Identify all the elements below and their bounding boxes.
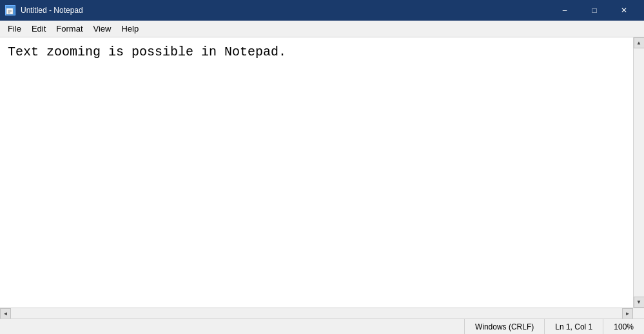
window-controls: – □ ✕ [550, 0, 639, 21]
status-zoom: 100% [603, 319, 644, 334]
svg-rect-1 [6, 6, 13, 8]
horizontal-scrollbar-container: ◄ ► [0, 308, 644, 319]
menu-edit[interactable]: Edit [26, 22, 51, 35]
menu-bar: File Edit Format View Help [0, 21, 644, 37]
scrollbar-corner [633, 308, 644, 319]
scroll-track-v[interactable] [634, 48, 644, 297]
menu-file[interactable]: File [3, 22, 26, 35]
status-position: Ln 1, Col 1 [544, 319, 603, 334]
vertical-scrollbar: ▲ ▼ [633, 37, 644, 308]
scroll-left-button[interactable]: ◄ [0, 308, 11, 319]
window-title: Untitled - Notepad [21, 6, 550, 15]
app-icon [5, 5, 15, 15]
scroll-right-button[interactable]: ► [622, 308, 633, 319]
content-area: Text zooming is possible in Notepad. ▲ ▼ [0, 37, 644, 308]
close-button[interactable]: ✕ [609, 0, 639, 21]
menu-view[interactable]: View [88, 22, 117, 35]
menu-format[interactable]: Format [51, 22, 88, 35]
scroll-up-button[interactable]: ▲ [634, 37, 645, 48]
title-bar: Untitled - Notepad – □ ✕ [0, 0, 644, 21]
scroll-track-h[interactable] [11, 308, 622, 319]
text-editor[interactable]: Text zooming is possible in Notepad. [0, 37, 633, 308]
status-encoding: Windows (CRLF) [464, 319, 544, 334]
minimize-button[interactable]: – [550, 0, 580, 21]
scroll-down-button[interactable]: ▼ [634, 297, 645, 308]
status-bar: Windows (CRLF) Ln 1, Col 1 100% [0, 319, 644, 334]
menu-help[interactable]: Help [116, 22, 144, 35]
maximize-button[interactable]: □ [580, 0, 609, 21]
